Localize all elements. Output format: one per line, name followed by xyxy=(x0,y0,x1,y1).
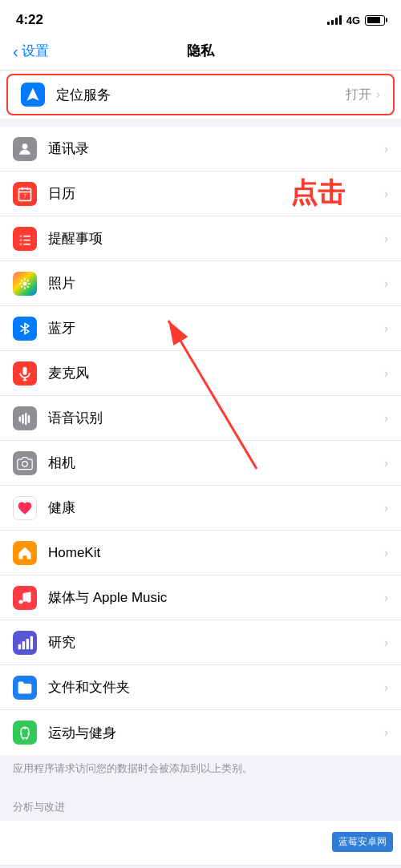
homekit-icon xyxy=(13,541,37,565)
music-icon xyxy=(13,586,37,610)
svg-rect-27 xyxy=(22,414,24,424)
status-bar: 4:22 4G xyxy=(0,0,401,35)
homekit-chevron: › xyxy=(384,546,388,560)
contacts-icon xyxy=(13,137,37,161)
files-icon xyxy=(13,676,37,700)
health-icon xyxy=(13,496,37,520)
fitness-chevron: › xyxy=(384,725,388,740)
watermark: 蓝莓安卓网 xyxy=(332,832,393,852)
speech-icon xyxy=(13,406,37,430)
calendar-icon: 7 xyxy=(13,182,37,206)
privacy-menu-section: 通讯录 › 7 日历 › xyxy=(0,127,401,755)
photos-icon xyxy=(13,272,37,296)
contacts-row[interactable]: 通讯录 › xyxy=(0,127,401,172)
photos-chevron: › xyxy=(384,277,388,291)
microphone-row[interactable]: 麦克风 › xyxy=(0,351,401,396)
back-button[interactable]: ‹ 设置 xyxy=(13,42,49,60)
back-chevron-icon: ‹ xyxy=(13,43,18,59)
analysis-section-title: 分析与改进 xyxy=(0,785,401,821)
location-label: 定位服务 xyxy=(56,86,346,104)
svg-point-2 xyxy=(22,143,28,149)
reminders-chevron: › xyxy=(384,232,388,246)
photos-label: 照片 xyxy=(48,274,384,293)
music-label: 媒体与 Apple Music xyxy=(48,588,384,607)
svg-rect-35 xyxy=(26,639,29,649)
status-icons: 4G xyxy=(327,14,385,26)
svg-rect-23 xyxy=(23,366,27,374)
research-label: 研究 xyxy=(48,633,384,652)
homekit-row[interactable]: HomeKit › xyxy=(0,531,401,575)
location-status: 打开 xyxy=(346,87,371,103)
reminders-row[interactable]: 提醒事项 › xyxy=(0,216,401,261)
files-row[interactable]: 文件和文件夹 › xyxy=(0,665,401,710)
svg-line-20 xyxy=(27,285,29,287)
speech-row[interactable]: 语音识别 › xyxy=(0,396,401,441)
bluetooth-icon xyxy=(13,317,37,341)
bluetooth-label: 蓝牙 xyxy=(48,319,384,337)
camera-row[interactable]: 相机 › xyxy=(0,441,401,486)
svg-point-8 xyxy=(19,235,22,237)
fitness-label: 运动与健身 xyxy=(48,724,384,742)
photos-row[interactable]: 照片 › xyxy=(0,261,401,306)
fitness-icon xyxy=(13,721,37,745)
svg-line-21 xyxy=(27,280,29,281)
nav-bar: ‹ 设置 隐私 xyxy=(0,35,401,71)
footer-note: 应用程序请求访问您的数据时会被添加到以上类别。 xyxy=(0,755,401,785)
svg-rect-33 xyxy=(18,644,21,649)
svg-rect-26 xyxy=(19,416,22,422)
battery-icon xyxy=(365,15,385,26)
microphone-chevron: › xyxy=(384,366,388,381)
research-icon xyxy=(13,631,37,655)
health-row[interactable]: 健康 › xyxy=(0,486,401,531)
music-chevron: › xyxy=(384,591,388,605)
network-type: 4G xyxy=(346,14,360,26)
contacts-label: 通讯录 xyxy=(48,139,384,158)
bluetooth-chevron: › xyxy=(384,321,388,336)
back-label: 设置 xyxy=(22,42,49,60)
svg-line-22 xyxy=(21,285,22,287)
homekit-label: HomeKit xyxy=(48,545,384,561)
fitness-row[interactable]: 运动与健身 › xyxy=(0,710,401,755)
health-label: 健康 xyxy=(48,499,384,517)
speech-chevron: › xyxy=(384,411,388,426)
research-chevron: › xyxy=(384,636,388,650)
location-icon xyxy=(21,83,45,107)
bluetooth-row[interactable]: 蓝牙 › xyxy=(0,306,401,351)
page-title: 隐私 xyxy=(187,42,214,60)
svg-text:7: 7 xyxy=(23,193,26,199)
signal-icon xyxy=(327,15,342,25)
chevron-right-icon: › xyxy=(376,87,380,102)
camera-chevron: › xyxy=(384,456,388,470)
files-chevron: › xyxy=(384,680,388,695)
svg-rect-34 xyxy=(22,641,25,649)
location-right: 打开 › xyxy=(346,87,380,103)
svg-rect-29 xyxy=(28,414,30,422)
svg-point-14 xyxy=(23,281,27,285)
reminders-label: 提醒事项 xyxy=(48,229,384,248)
microphone-label: 麦克风 xyxy=(48,364,384,382)
location-services-row[interactable]: 定位服务 打开 › xyxy=(6,74,395,115)
svg-line-19 xyxy=(21,280,22,281)
svg-rect-28 xyxy=(25,413,27,425)
reminders-icon xyxy=(13,227,37,251)
files-label: 文件和文件夹 xyxy=(48,678,384,696)
camera-icon xyxy=(13,451,37,475)
svg-point-9 xyxy=(19,239,22,241)
svg-point-32 xyxy=(27,598,31,602)
health-chevron: › xyxy=(384,501,388,515)
svg-point-10 xyxy=(19,243,22,245)
research-row[interactable]: 研究 › xyxy=(0,620,401,665)
camera-label: 相机 xyxy=(48,454,384,472)
calendar-label: 日历 xyxy=(48,184,384,203)
music-row[interactable]: 媒体与 Apple Music › xyxy=(0,575,401,620)
calendar-chevron: › xyxy=(384,187,388,201)
status-time: 4:22 xyxy=(16,12,43,28)
microphone-icon xyxy=(13,361,37,386)
svg-rect-36 xyxy=(30,636,33,649)
location-services-section: 定位服务 打开 › xyxy=(0,71,401,119)
calendar-row[interactable]: 7 日历 › xyxy=(0,172,401,216)
svg-point-30 xyxy=(22,461,28,466)
contacts-chevron: › xyxy=(384,142,388,156)
speech-label: 语音识别 xyxy=(48,409,384,427)
svg-point-31 xyxy=(19,600,23,604)
